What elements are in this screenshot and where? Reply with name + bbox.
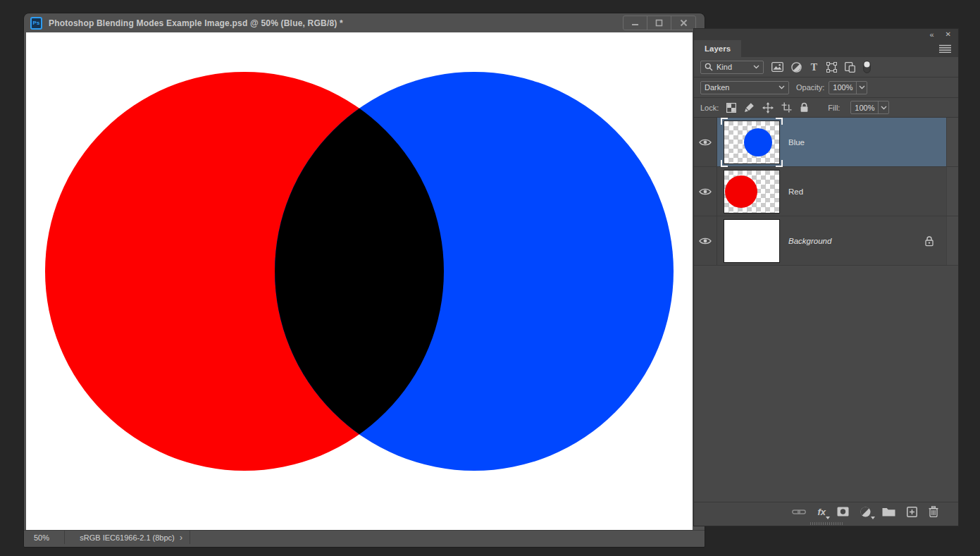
visibility-toggle[interactable] — [694, 118, 717, 166]
opacity-field[interactable]: 100% — [829, 81, 867, 94]
search-icon — [705, 63, 713, 71]
visibility-toggle[interactable] — [694, 216, 717, 265]
chevron-down-icon — [753, 65, 759, 69]
blue-circle-thumb — [744, 128, 772, 156]
svg-text:T: T — [811, 62, 818, 72]
opacity-value[interactable]: 100% — [829, 82, 856, 94]
new-group-button[interactable] — [882, 507, 895, 517]
panel-close-icon[interactable]: ✕ — [945, 31, 951, 38]
eye-icon — [699, 138, 712, 147]
layer-thumbnail[interactable] — [724, 170, 780, 214]
color-profile-text: sRGB IEC61966-2.1 (8bpc) — [80, 533, 175, 542]
collapse-panels-icon[interactable]: « — [929, 31, 934, 38]
panel-resize-area[interactable] — [694, 521, 958, 526]
layer-filter-row: Kind T — [694, 57, 958, 78]
layers-scroll-track — [946, 118, 958, 166]
filter-kind-dropdown[interactable]: Kind — [700, 61, 764, 74]
close-icon — [680, 19, 688, 27]
panel-dock-header: « ✕ — [694, 29, 958, 40]
lock-row: Lock: — [694, 98, 958, 118]
blending-modes-artwork — [26, 32, 693, 530]
layers-panel: « ✕ Layers Kind — [693, 28, 959, 526]
opacity-label: Opacity: — [796, 83, 824, 92]
status-options-chevron-icon[interactable]: › — [180, 533, 182, 543]
lock-all-icon[interactable] — [800, 102, 809, 113]
layer-styles-fx-button[interactable]: fx — [817, 507, 826, 517]
thumb-bracket — [721, 160, 728, 167]
new-adjustment-layer-button[interactable] — [860, 507, 871, 517]
layer-row-red[interactable]: Red — [694, 167, 958, 216]
layer-row-content[interactable]: Red — [717, 167, 946, 216]
canvas[interactable] — [26, 32, 693, 530]
layer-thumbnail-selected[interactable] — [724, 121, 780, 164]
fill-value[interactable]: 100% — [851, 101, 878, 113]
document-window: Ps Photoshop Blending Modes Example Imag… — [23, 13, 705, 548]
thumb-bracket — [776, 160, 783, 167]
fill-field[interactable]: 100% — [850, 101, 889, 114]
fx-icon: fx — [817, 507, 826, 517]
adjustment-layer-icon — [860, 507, 871, 517]
layer-filtering-toggle[interactable] — [863, 61, 871, 73]
blend-mode-value: Darken — [705, 83, 729, 92]
pixel-layer-filter-icon[interactable] — [771, 62, 783, 72]
background-lock-icon — [924, 235, 934, 247]
layer-row-background[interactable]: Background — [694, 216, 958, 266]
maximize-button[interactable] — [647, 16, 671, 30]
fill-chevron[interactable] — [878, 101, 888, 113]
chevron-down-icon — [881, 106, 887, 110]
layer-row-blue[interactable]: Blue — [694, 118, 958, 167]
layer-name[interactable]: Background — [788, 237, 831, 245]
lock-image-pixels-icon[interactable] — [744, 102, 755, 113]
layers-empty-area — [694, 266, 958, 502]
lock-position-icon[interactable] — [762, 102, 774, 113]
add-layer-mask-button[interactable] — [837, 507, 849, 517]
thumb-bracket — [721, 118, 728, 125]
tab-layers[interactable]: Layers — [694, 40, 741, 57]
delete-layer-button[interactable] — [929, 506, 938, 517]
new-layer-button[interactable] — [907, 507, 917, 517]
layer-row-content[interactable]: Background — [717, 216, 946, 265]
chevron-down-icon — [859, 85, 865, 89]
eye-icon — [699, 187, 712, 196]
zoom-level-field[interactable]: 50% — [24, 531, 65, 544]
document-title: Photoshop Blending Modes Example Image.p… — [49, 18, 343, 28]
new-layer-icon — [907, 507, 917, 517]
adjustment-layer-filter-icon[interactable] — [791, 62, 802, 73]
photoshop-file-icon-label: Ps — [33, 20, 40, 26]
adjustment-caret-icon — [871, 517, 875, 519]
lock-transparent-pixels-icon[interactable] — [726, 103, 736, 113]
layer-row-content[interactable]: Blue — [717, 118, 946, 166]
maximize-icon — [655, 19, 663, 27]
minimize-button[interactable] — [624, 16, 647, 30]
layer-mask-icon — [837, 507, 849, 517]
opacity-chevron[interactable] — [856, 82, 867, 94]
type-layer-filter-icon[interactable]: T — [810, 62, 819, 72]
layer-name[interactable]: Red — [788, 187, 803, 196]
visibility-toggle[interactable] — [694, 167, 717, 216]
fill-label: Fill: — [828, 104, 840, 112]
photoshop-file-icon: Ps — [30, 17, 42, 30]
panel-resize-grip-icon[interactable] — [810, 522, 843, 525]
thumb-bracket — [776, 118, 783, 125]
layer-thumbnail[interactable] — [724, 219, 780, 263]
link-layers-icon[interactable] — [792, 508, 806, 516]
layers-scroll-track — [946, 216, 958, 265]
status-info-section[interactable]: sRGB IEC61966-2.1 (8bpc) › — [65, 531, 190, 544]
layer-name[interactable]: Blue — [788, 138, 805, 147]
lock-artboard-icon[interactable] — [781, 102, 792, 113]
photoshop-workspace: Ps Photoshop Blending Modes Example Imag… — [0, 0, 980, 556]
layers-scroll-track — [946, 167, 958, 216]
filter-kind-label: Kind — [717, 63, 732, 71]
shape-layer-filter-icon[interactable] — [826, 62, 837, 73]
close-button[interactable] — [671, 16, 695, 30]
zoom-level-value: 50% — [34, 533, 49, 542]
document-body — [24, 32, 705, 530]
window-bottom-edge — [24, 544, 705, 547]
blend-mode-dropdown[interactable]: Darken — [700, 81, 789, 94]
chevron-down-icon — [779, 85, 785, 89]
status-bar: 50% sRGB IEC61966-2.1 (8bpc) › — [24, 530, 705, 544]
smart-object-filter-icon[interactable] — [845, 62, 855, 73]
layers-footer-toolbar: fx — [694, 502, 958, 521]
panel-menu-button[interactable] — [939, 40, 958, 57]
document-titlebar[interactable]: Ps Photoshop Blending Modes Example Imag… — [24, 13, 705, 32]
